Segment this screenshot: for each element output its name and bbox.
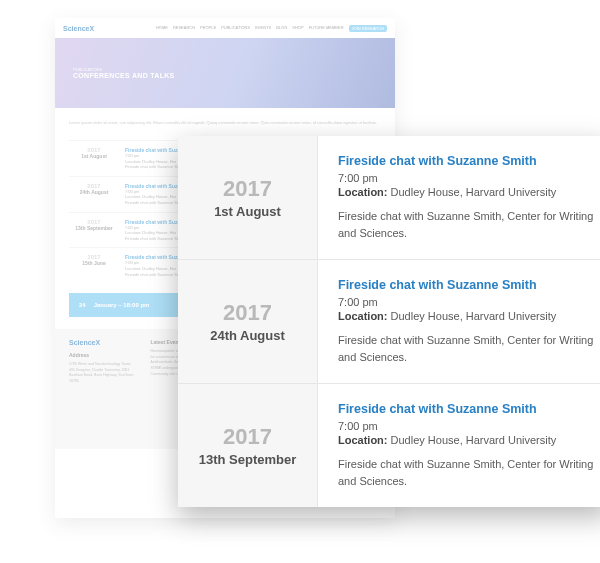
event-day: 24th August	[210, 328, 285, 343]
bg-nav-cta[interactable]: JOIN RESEARCH	[349, 25, 387, 32]
event-date-col: 2017 13th September	[178, 384, 318, 507]
event-day: 1st August	[214, 204, 281, 219]
bg-nav-item[interactable]: PUBLICATIONS	[221, 25, 250, 32]
event-date-col: 2017 1st August	[178, 136, 318, 259]
event-desc: Fireside chat with Suzanne Smith, Center…	[338, 332, 600, 365]
event-content: Fireside chat with Suzanne Smith 7:00 pm…	[318, 260, 600, 383]
bg-hero: PUBLICATIONS CONFERENCES AND TALKS	[55, 38, 395, 108]
event-loc-label: Location:	[338, 434, 388, 446]
event-time: 7:00 pm	[338, 172, 600, 184]
event-time: 7:00 pm	[338, 296, 600, 308]
event-content: Fireside chat with Suzanne Smith 7:00 pm…	[318, 384, 600, 507]
bg-intro-text: Lorem ipsum dolor sit amet, con adipisci…	[69, 120, 381, 126]
event-date-col: 2017 24th August	[178, 260, 318, 383]
event-loc-value: Dudley House, Harvard University	[388, 434, 557, 446]
event-loc-label: Location:	[338, 186, 388, 198]
bg-nav: HOME RESEARCH PEOPLE PUBLICATIONS EVENTS…	[156, 25, 387, 32]
bg-hero-sub: PUBLICATIONS	[73, 67, 395, 72]
bg-day: 15th June	[69, 260, 119, 266]
bg-day: 13th September	[69, 225, 119, 231]
event-item: 2017 24th August Fireside chat with Suza…	[178, 260, 600, 384]
bg-nav-item[interactable]: EVENTS	[255, 25, 271, 32]
bg-nav-item[interactable]: BLOG	[276, 25, 287, 32]
event-item: 2017 13th September Fireside chat with S…	[178, 384, 600, 507]
event-year: 2017	[223, 176, 272, 202]
event-year: 2017	[223, 424, 272, 450]
bg-foot-h: Address	[69, 352, 137, 358]
event-day: 13th September	[199, 452, 297, 467]
bg-nav-item[interactable]: FUTURE MEMBER	[309, 25, 344, 32]
bg-nav-item[interactable]: SHOP	[292, 25, 303, 32]
event-desc: Fireside chat with Suzanne Smith, Center…	[338, 456, 600, 489]
bg-hero-title: CONFERENCES AND TALKS	[73, 72, 395, 79]
event-location: Location: Dudley House, Harvard Universi…	[338, 434, 600, 446]
event-title-link[interactable]: Fireside chat with Suzanne Smith	[338, 278, 600, 292]
bg-cta-text: January – 18:00 pm	[94, 302, 150, 308]
event-loc-label: Location:	[338, 310, 388, 322]
event-title-link[interactable]: Fireside chat with Suzanne Smith	[338, 402, 600, 416]
bg-header: ScienceX HOME RESEARCH PEOPLE PUBLICATIO…	[55, 18, 395, 38]
event-item: 2017 1st August Fireside chat with Suzan…	[178, 136, 600, 260]
bg-nav-item[interactable]: PEOPLE	[200, 25, 216, 32]
event-location: Location: Dudley House, Harvard Universi…	[338, 310, 600, 322]
event-loc-value: Dudley House, Harvard University	[388, 310, 557, 322]
events-card: 2017 1st August Fireside chat with Suzan…	[178, 136, 600, 507]
event-loc-value: Dudley House, Harvard University	[388, 186, 557, 198]
event-content: Fireside chat with Suzanne Smith 7:00 pm…	[318, 136, 600, 259]
event-year: 2017	[223, 300, 272, 326]
event-title-link[interactable]: Fireside chat with Suzanne Smith	[338, 154, 600, 168]
bg-nav-item[interactable]: HOME	[156, 25, 168, 32]
bg-cta-num: 24	[79, 302, 86, 308]
bg-day: 1st August	[69, 153, 119, 159]
bg-day: 24th August	[69, 189, 119, 195]
event-desc: Fireside chat with Suzanne Smith, Center…	[338, 208, 600, 241]
event-location: Location: Dudley House, Harvard Universi…	[338, 186, 600, 198]
event-time: 7:00 pm	[338, 420, 600, 432]
bg-nav-item[interactable]: RESEARCH	[173, 25, 195, 32]
bg-footer-logo: ScienceX	[69, 339, 137, 346]
bg-foot-text: 1705 Werer and Nanotechnology Tower, 495…	[69, 362, 137, 384]
bg-logo: ScienceX	[63, 25, 94, 32]
